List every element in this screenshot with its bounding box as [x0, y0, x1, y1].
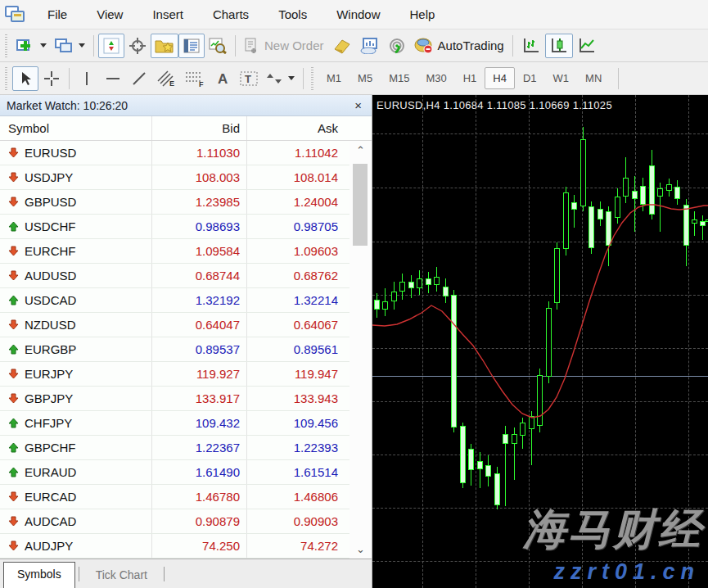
chart-candles-button[interactable] [545, 34, 573, 58]
tab-symbols[interactable]: Symbols [3, 562, 75, 588]
navigator-button[interactable] [151, 34, 178, 58]
timeframe-button-m5[interactable]: M5 [349, 67, 381, 89]
tab-tick-chart[interactable]: Tick Chart [83, 563, 160, 586]
ask-cell: 0.64067 [246, 313, 345, 337]
data-window-button[interactable] [124, 34, 151, 58]
timeframe-button-w1[interactable]: W1 [545, 67, 578, 89]
toolbar-gripper[interactable] [5, 34, 9, 57]
symbol-label: USDCAD [25, 293, 76, 307]
symbol-cell: EURAUD [0, 465, 151, 479]
ask-cell: 0.89561 [246, 337, 345, 361]
bid-cell: 108.003 [151, 165, 246, 189]
column-header-bid[interactable]: Bid [151, 116, 246, 140]
market-watch-row[interactable]: USDCAD1.321921.32214 [0, 288, 372, 313]
text-icon: A [215, 70, 230, 87]
market-watch-row[interactable]: GBPJPY133.917133.943 [0, 387, 372, 411]
cursor-button[interactable] [12, 66, 38, 91]
horizontal-line-icon [105, 73, 121, 84]
text-button[interactable]: A [210, 66, 236, 91]
symbol-cell: USDCAD [0, 293, 151, 307]
menu-item-charts[interactable]: Charts [198, 2, 264, 27]
chart-area[interactable]: EURUSD,H4 1.10684 1.11085 1.10669 1.1102… [372, 95, 708, 588]
close-icon[interactable]: × [351, 98, 365, 112]
market-watch-table: Symbol Bid Ask EURUSD1.110301.11042USDJP… [0, 116, 372, 559]
market-watch-panel: Market Watch: 10:26:20 × Symbol Bid Ask … [0, 95, 372, 588]
profiles-button[interactable] [51, 34, 89, 58]
chart-line-button[interactable] [573, 34, 601, 58]
menu-item-help[interactable]: Help [395, 2, 450, 27]
market-watch-row[interactable]: CHFJPY109.432109.456 [0, 411, 372, 436]
market-watch-row[interactable]: EURCHF1.095841.09603 [0, 239, 372, 264]
market-watch-row[interactable]: AUDCAD0.908790.90903 [0, 509, 372, 534]
trendline-button[interactable] [126, 66, 152, 91]
scroll-up-icon[interactable]: ⌃ [349, 144, 372, 156]
equidistant-channel-button[interactable]: E [152, 66, 180, 91]
scrollbar-thumb[interactable] [353, 164, 368, 246]
autotrading-button[interactable]: AutoTrading [410, 34, 508, 58]
text-label-button[interactable]: T [236, 66, 262, 91]
price-down-icon [8, 197, 19, 207]
price-down-icon [8, 516, 19, 527]
price-down-icon [8, 393, 19, 404]
timeframe-button-h4[interactable]: H4 [485, 67, 515, 89]
market-watch-row[interactable]: EURUSD1.110301.11042 [0, 141, 372, 165]
price-up-icon [8, 467, 19, 477]
chart-bars-button[interactable] [517, 34, 545, 58]
timeframe-button-d1[interactable]: D1 [515, 67, 545, 89]
market-watch-toggle-button[interactable] [98, 34, 124, 58]
symbol-cell: EURCAD [0, 490, 151, 504]
new-order-button[interactable]: New Order [240, 34, 328, 58]
fibonacci-button[interactable]: F [180, 66, 210, 91]
price-down-icon [8, 270, 19, 281]
scrollbar[interactable]: ⌃ ⌄ [349, 141, 372, 559]
strategy-tester-button[interactable] [205, 34, 231, 58]
timeframe-button-m1[interactable]: M1 [318, 67, 349, 89]
crosshair-button[interactable] [38, 66, 65, 91]
column-header-symbol[interactable]: Symbol [0, 121, 151, 135]
mql5-community-button[interactable] [356, 34, 384, 58]
timeframe-button-mn[interactable]: MN [577, 67, 610, 89]
market-watch-row[interactable]: AUDJPY74.25074.272 [0, 534, 372, 559]
menu-item-insert[interactable]: Insert [138, 2, 198, 27]
app-icon [5, 6, 26, 24]
menu-item-view[interactable]: View [82, 2, 138, 27]
new-chart-button[interactable] [12, 34, 51, 58]
text-label-icon: T [240, 70, 258, 87]
column-header-ask[interactable]: Ask [246, 116, 345, 140]
toolbar-gripper[interactable] [5, 67, 9, 90]
market-watch-title: Market Watch: 10:26:20 [7, 99, 351, 112]
toolbar-gripper[interactable] [311, 67, 315, 90]
market-watch-row[interactable]: EURAUD1.614901.61514 [0, 460, 372, 485]
market-watch-row[interactable]: EURCAD1.467801.46806 [0, 485, 372, 509]
market-watch-row[interactable]: USDJPY108.003108.014 [0, 165, 372, 190]
timeframe-button-h1[interactable]: H1 [455, 67, 485, 89]
profiles-icon [55, 38, 73, 54]
symbol-cell: EURJPY [0, 367, 151, 381]
bid-cell: 0.98693 [151, 215, 246, 238]
metaeditor-button[interactable] [328, 34, 356, 58]
horizontal-line-button[interactable] [100, 66, 126, 91]
market-watch-row[interactable]: GBPUSD1.239851.24004 [0, 190, 372, 215]
market-watch-row[interactable]: NZDUSD0.640470.64067 [0, 313, 372, 337]
menu-bar: FileViewInsertChartsToolsWindowHelp [0, 0, 708, 29]
vertical-line-button[interactable] [74, 66, 100, 91]
shapes-button[interactable] [262, 66, 299, 91]
menu-item-tools[interactable]: Tools [264, 2, 322, 27]
market-watch-row[interactable]: AUDUSD0.687440.68762 [0, 264, 372, 288]
price-up-icon [8, 221, 19, 232]
menu-item-window[interactable]: Window [322, 2, 395, 27]
chart-line-icon [577, 37, 597, 55]
timeframe-button-m30[interactable]: M30 [417, 67, 454, 89]
signals-button[interactable] [384, 34, 410, 58]
scroll-down-icon[interactable]: ⌄ [349, 543, 372, 555]
terminal-button[interactable] [178, 34, 205, 58]
menu-item-file[interactable]: File [33, 2, 82, 27]
market-watch-row[interactable]: GBPCHF1.223671.22393 [0, 436, 372, 460]
ask-cell: 1.61514 [246, 460, 345, 484]
market-watch-row[interactable]: EURJPY119.927119.947 [0, 362, 372, 387]
market-watch-row[interactable]: USDCHF0.986930.98705 [0, 215, 372, 239]
symbol-label: EURCAD [25, 490, 76, 504]
bid-cell: 1.32192 [151, 288, 246, 312]
market-watch-row[interactable]: EURGBP0.895370.89561 [0, 337, 372, 362]
timeframe-button-m15[interactable]: M15 [381, 67, 417, 89]
